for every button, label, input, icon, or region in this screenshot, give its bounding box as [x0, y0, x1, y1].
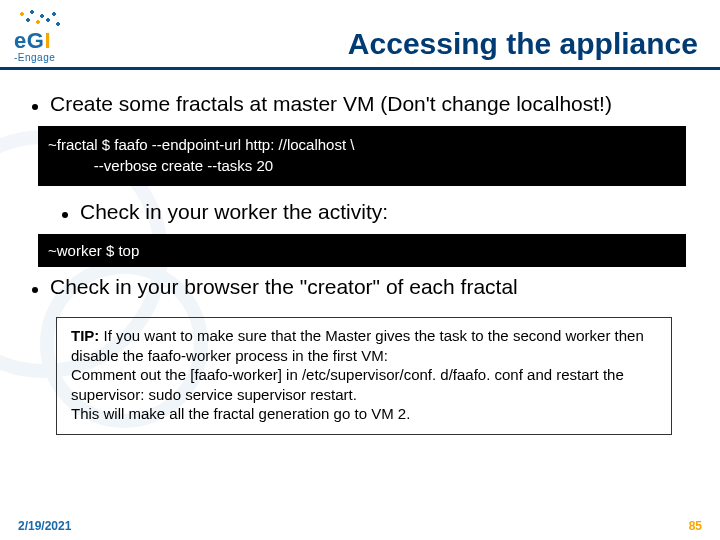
- bullet-dot-icon: [62, 212, 68, 218]
- tip-body: If you want to make sure that the Master…: [71, 327, 644, 422]
- page-title: Accessing the appliance: [348, 27, 698, 67]
- code-block-2: ~worker $ top: [38, 234, 686, 267]
- slide-content: Create some fractals at master VM (Don't…: [0, 70, 720, 435]
- bullet-dot-icon: [32, 287, 38, 293]
- bullet-1: Create some fractals at master VM (Don't…: [32, 92, 692, 116]
- logo-text: eGI: [14, 28, 51, 54]
- bullet-1-text: Create some fractals at master VM (Don't…: [50, 92, 612, 116]
- footer: 2/19/2021 85: [0, 512, 720, 540]
- tip-lead: TIP:: [71, 327, 99, 344]
- bullet-3-text: Check in your browser the "creator" of e…: [50, 275, 518, 299]
- footer-date: 2/19/2021: [18, 519, 71, 533]
- logo: eGI -Engage: [14, 8, 74, 67]
- logo-subtitle: -Engage: [14, 52, 55, 63]
- tip-box: TIP: If you want to make sure that the M…: [56, 317, 672, 435]
- code-block-1: ~fractal $ faafo --endpoint-url http: //…: [38, 126, 686, 186]
- bullet-2-text: Check in your worker the activity:: [80, 200, 388, 224]
- logo-dots-icon: [14, 8, 74, 30]
- bullet-dot-icon: [32, 104, 38, 110]
- bullet-3: Check in your browser the "creator" of e…: [32, 275, 692, 299]
- header-bar: eGI -Engage Accessing the appliance: [0, 0, 720, 70]
- bullet-2: Check in your worker the activity:: [62, 200, 692, 224]
- footer-page-number: 85: [689, 519, 702, 533]
